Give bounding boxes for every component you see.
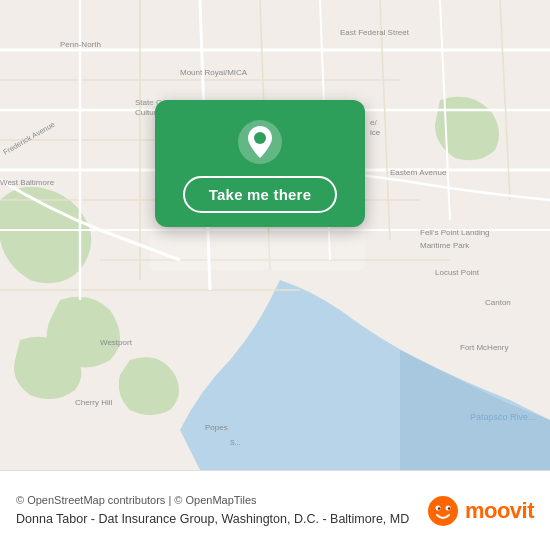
location-card: Take me there: [155, 100, 365, 227]
osm-attribution: © OpenStreetMap contributors | © OpenMap…: [16, 492, 427, 509]
svg-text:Mount Royal/MICA: Mount Royal/MICA: [180, 68, 248, 77]
svg-text:Westport: Westport: [100, 338, 133, 347]
svg-point-46: [448, 507, 450, 509]
svg-text:Popes: Popes: [205, 423, 228, 432]
moovit-wordmark: moovit: [465, 498, 534, 524]
svg-text:Fort McHenry: Fort McHenry: [460, 343, 508, 352]
map-svg: Penn-North East Federal Street Mount Roy…: [0, 0, 550, 470]
svg-text:Locust Point: Locust Point: [435, 268, 480, 277]
svg-point-45: [438, 507, 440, 509]
take-me-there-button[interactable]: Take me there: [183, 176, 337, 213]
footer: © OpenStreetMap contributors | © OpenMap…: [0, 470, 550, 550]
location-label: Donna Tabor - Dat Insurance Group, Washi…: [16, 510, 427, 529]
footer-text: © OpenStreetMap contributors | © OpenMap…: [16, 492, 427, 529]
svg-point-41: [254, 132, 266, 144]
svg-text:West Baltimore: West Baltimore: [0, 178, 55, 187]
svg-text:Fell's Point Landing: Fell's Point Landing: [420, 228, 490, 237]
svg-text:East Federal Street: East Federal Street: [340, 28, 410, 37]
svg-text:Eastern Avenue: Eastern Avenue: [390, 168, 447, 177]
svg-text:Patapsco Rive...: Patapsco Rive...: [470, 412, 536, 422]
svg-text:Maritime Park: Maritime Park: [420, 241, 470, 250]
svg-text:Canton: Canton: [485, 298, 511, 307]
svg-text:Penn-North: Penn-North: [60, 40, 101, 49]
moovit-mascot-icon: [427, 495, 459, 527]
svg-text:S...: S...: [230, 439, 241, 446]
svg-text:ice: ice: [370, 128, 381, 137]
map-container: Penn-North East Federal Street Mount Roy…: [0, 0, 550, 470]
pin-icon: [236, 118, 284, 166]
svg-point-42: [428, 496, 458, 526]
svg-text:e/: e/: [370, 118, 377, 127]
svg-text:Cherry Hill: Cherry Hill: [75, 398, 113, 407]
moovit-logo: moovit: [427, 495, 534, 527]
